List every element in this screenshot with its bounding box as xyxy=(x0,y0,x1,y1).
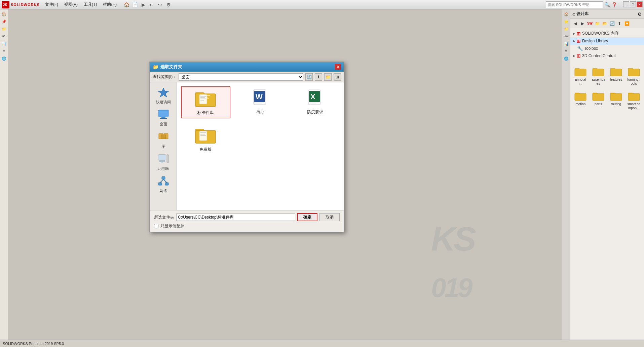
library-icon xyxy=(157,131,169,143)
nav-folder-button[interactable]: 📁 xyxy=(324,73,332,81)
search-input[interactable] xyxy=(546,1,603,8)
folder-smart-components[interactable]: smart compon... xyxy=(626,90,641,112)
folder-label-2: features xyxy=(610,78,622,82)
svg-rect-16 xyxy=(165,183,168,185)
cancel-button[interactable]: 取消 xyxy=(319,213,340,221)
collapse-icon[interactable]: « xyxy=(572,11,575,17)
folder-grid: annotati... assemblies xyxy=(572,64,643,113)
nav-label-3: 3D ContentCentral xyxy=(582,53,615,58)
dialog-close-button[interactable]: ✕ xyxy=(335,64,341,70)
nav-solidworks-content[interactable]: ▶ ⊞ SOLIDWORKS 内容 xyxy=(570,30,644,37)
nav-quick-access[interactable]: 快速访问 xyxy=(151,85,176,106)
menu-view[interactable]: 视图(V) xyxy=(62,1,80,8)
nav-arrow-3: ▶ xyxy=(573,54,575,57)
toolbar-icon-1[interactable]: 🏠 xyxy=(123,1,130,8)
quick-access-icon xyxy=(157,86,169,99)
vtab-chart[interactable]: 📊 xyxy=(563,40,570,47)
folder-label-1: assemblies xyxy=(592,78,605,86)
restore-button[interactable]: □ xyxy=(630,1,636,7)
nav-toolbox-icon: 🔧 xyxy=(577,46,583,51)
location-label: 查找范围(I)： xyxy=(153,74,177,80)
menu-tools[interactable]: 工具(T) xyxy=(81,1,100,8)
sidebar-eye-icon[interactable]: 👁 xyxy=(1,33,7,40)
footer-path-row: 所选文件夹 确定 取消 xyxy=(154,213,340,221)
close-button[interactable]: ✕ xyxy=(637,1,643,7)
folder-icon-2 xyxy=(610,67,622,77)
vtab-folder[interactable]: 📁 xyxy=(563,26,570,32)
toolbar-icon-3[interactable]: ▶ xyxy=(140,1,147,8)
folder-assemblies[interactable]: assemblies xyxy=(591,65,606,87)
sidebar-globe-icon[interactable]: 🌐 xyxy=(1,55,7,62)
ptool-refresh[interactable]: 🔄 xyxy=(609,20,615,27)
svg-rect-8 xyxy=(161,135,166,139)
ptool-add[interactable]: 📁 xyxy=(594,20,601,27)
window-controls: _ □ ✕ xyxy=(623,1,643,7)
toolbar-icon-4[interactable]: ↩ xyxy=(148,1,155,8)
statusbar-text: SOLIDWORKS Premium 2019 SP5.0 xyxy=(3,342,64,346)
folder-routing[interactable]: routing xyxy=(609,90,624,112)
file-item-3[interactable]: 免费版 xyxy=(181,124,230,154)
folder-motion[interactable]: motion xyxy=(573,90,588,112)
sidebar-folder-icon[interactable]: 📁 xyxy=(1,26,7,32)
toolbar-icon-5[interactable]: ↪ xyxy=(156,1,164,8)
nav-network[interactable]: 网络 xyxy=(151,174,176,195)
file-item-1[interactable]: W 待办 xyxy=(236,86,285,118)
nav-sw-icon-1: ⊞ xyxy=(577,38,581,44)
vtab-home[interactable]: 🏠 xyxy=(563,11,570,17)
only-assembly-checkbox[interactable] xyxy=(154,224,158,228)
folder-features[interactable]: features xyxy=(609,65,624,87)
ptool-filter[interactable]: 🔽 xyxy=(623,20,630,27)
ptool-forward[interactable]: ▶ xyxy=(579,20,586,27)
nav-library[interactable]: 库 xyxy=(151,129,176,150)
only-assembly-label[interactable]: 只显示装配体 xyxy=(160,223,185,229)
file-item-0[interactable]: 标准件库 xyxy=(181,86,230,118)
vtab-favorites[interactable]: ⭐ xyxy=(563,18,570,25)
network-icon xyxy=(157,175,169,187)
folder-parts[interactable]: parts xyxy=(591,90,606,112)
sidebar-home-icon[interactable]: 🏠 xyxy=(1,11,7,17)
nav-back-button[interactable]: 🔄 xyxy=(305,73,313,81)
dialog-title: 📁 选取文件夹 xyxy=(153,64,182,70)
ptool-solidworks[interactable]: SW xyxy=(586,20,593,27)
menu-bar: 文件(F) 视图(V) 工具(T) 帮助(H) xyxy=(42,1,119,8)
menu-help[interactable]: 帮助(H) xyxy=(100,1,119,8)
vtab-list[interactable]: ≡ xyxy=(563,48,570,54)
folder-annotations[interactable]: annotati... xyxy=(573,65,588,87)
toolbar-icon-6[interactable]: ⚙ xyxy=(165,1,172,8)
file-item-2[interactable]: X 防疫要求 xyxy=(290,86,340,118)
toolbar-icon-2[interactable]: 📄 xyxy=(131,1,139,8)
file-dialog: 📁 选取文件夹 ✕ 查找范围(I)： 桌面 🔄 ⬆ 📁 ⊞ xyxy=(149,62,344,232)
vtab-globe[interactable]: 🌐 xyxy=(563,55,570,62)
minimize-button[interactable]: _ xyxy=(623,1,629,7)
nav-toolbox[interactable]: 🔧 Toolbox xyxy=(570,45,644,52)
svg-rect-48 xyxy=(575,93,586,101)
path-input[interactable] xyxy=(176,214,295,221)
ptool-folder-open[interactable]: 📂 xyxy=(601,20,608,27)
nav-3d-content-central[interactable]: ▶ ⊞ 3D ContentCentral xyxy=(570,52,644,60)
settings-icon[interactable]: ⚙ xyxy=(638,11,642,17)
view-toggle-button[interactable]: ⊞ xyxy=(334,73,341,81)
nav-design-library[interactable]: ▶ ⊞ Design Library xyxy=(570,37,644,45)
nav-this-pc[interactable]: 此电脑 xyxy=(151,152,176,172)
library-label: 库 xyxy=(161,144,165,149)
sidebar-list-icon[interactable]: ≡ xyxy=(1,48,7,54)
location-select[interactable]: 桌面 xyxy=(179,73,303,81)
ptool-up[interactable]: ⬆ xyxy=(616,20,623,27)
right-panel-toolbar: ◀ ▶ SW 📁 📂 🔄 ⬆ 🔽 xyxy=(570,19,644,28)
svg-text:X: X xyxy=(310,92,315,101)
nav-desktop[interactable]: 桌面 xyxy=(151,107,176,128)
help-icon[interactable]: ❓ xyxy=(611,2,617,7)
nav-up-button[interactable]: ⬆ xyxy=(315,73,322,81)
confirm-button[interactable]: 确定 xyxy=(297,213,317,221)
menu-file[interactable]: 文件(F) xyxy=(42,1,61,8)
ptool-back[interactable]: ◀ xyxy=(572,20,578,27)
folder-forming-tools[interactable]: forming tools xyxy=(626,65,641,87)
folder-label-0: annotati... xyxy=(574,78,588,86)
title-bar: 2S SOLIDWORKS 文件(F) 视图(V) 工具(T) 帮助(H) 🏠 … xyxy=(0,0,644,9)
sidebar-pin-icon[interactable]: 📌 xyxy=(1,18,7,25)
svg-rect-12 xyxy=(159,160,165,162)
svg-rect-10 xyxy=(158,155,166,160)
vtab-eye[interactable]: 👁 xyxy=(563,33,570,40)
sidebar-chart-icon[interactable]: 📊 xyxy=(1,40,7,47)
search-icon[interactable]: 🔍 xyxy=(604,2,610,7)
